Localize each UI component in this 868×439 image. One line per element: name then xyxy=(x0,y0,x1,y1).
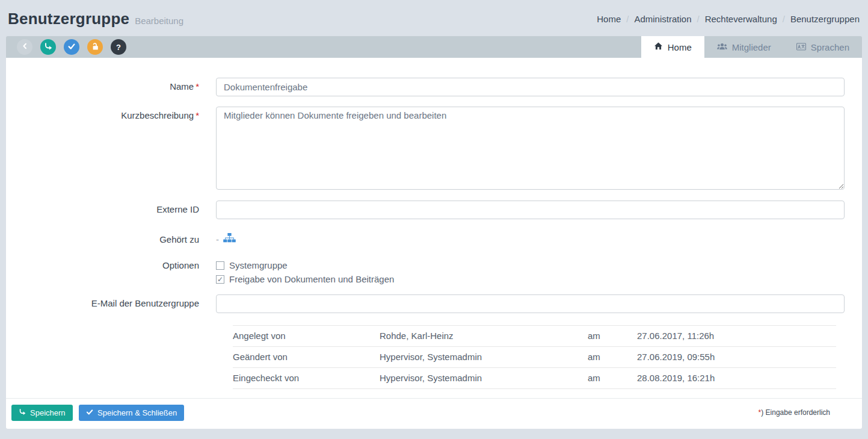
language-icon xyxy=(796,42,806,52)
form-row-gehoert-zu: Gehört zu - xyxy=(6,231,862,245)
breadcrumb-benutzergruppen[interactable]: Benutzergruppen xyxy=(790,14,860,24)
meta-label: Angelegt von xyxy=(233,326,380,347)
tab-sprachen[interactable]: Sprachen xyxy=(784,36,862,58)
checkbox-freigabe[interactable]: Freigabe von Dokumenten und Beiträgen xyxy=(216,272,845,286)
tab-label: Sprachen xyxy=(811,42,849,52)
meta-date: 27.06.2019, 09:55h xyxy=(637,347,836,368)
check-icon xyxy=(67,42,76,52)
breadcrumb-separator: / xyxy=(783,14,785,24)
required-marker: * xyxy=(195,110,199,120)
panel-footer: Speichern Speichern & Schließen *) Einga… xyxy=(6,398,862,429)
sitemap-icon[interactable] xyxy=(223,233,236,245)
unlock-button[interactable] xyxy=(87,39,103,55)
content: ? Home Mitglieder Sprachen xyxy=(6,36,862,429)
tab-home[interactable]: Home xyxy=(641,36,704,58)
checkbox-label: Freigabe von Dokumenten und Beiträgen xyxy=(229,274,394,284)
form-row-name: Name* xyxy=(6,78,862,96)
toolbar-buttons: ? xyxy=(6,36,126,58)
save-button-label: Speichern xyxy=(30,408,66,417)
meta-user-link[interactable]: Hypervisor, Systemadmin xyxy=(380,368,588,389)
meta-am: am xyxy=(588,368,637,389)
gehoert-zu-label: Gehört zu xyxy=(6,231,216,245)
back-button[interactable] xyxy=(17,39,32,55)
email-field[interactable] xyxy=(216,294,845,313)
required-note-text: ) Eingabe erforderlich xyxy=(761,408,830,417)
checkbox-systemgruppe[interactable]: Systemgruppe xyxy=(216,258,845,272)
optionen-label: Optionen xyxy=(6,258,216,286)
table-row: Geändert von Hypervisor, Systemadmin am … xyxy=(233,347,836,368)
form-panel: Name* Kurzbeschreibung* Externe ID Gehör… xyxy=(6,58,862,429)
name-label: Name* xyxy=(6,78,216,96)
footer-buttons: Speichern Speichern & Schließen xyxy=(11,405,184,421)
breadcrumb: Home / Administration / Rechteverwaltung… xyxy=(597,14,860,24)
title-wrap: Benutzergruppe Bearbeitung xyxy=(8,10,183,28)
meta-user-link[interactable]: Rohde, Karl-Heinz xyxy=(380,326,588,347)
form-row-kurzbeschreibung: Kurzbeschreibung* xyxy=(6,107,862,192)
required-marker: * xyxy=(195,81,199,92)
meta-am: am xyxy=(588,326,637,347)
form-row-optionen: Optionen Systemgruppe Freigabe von Dokum… xyxy=(6,258,862,286)
breadcrumb-administration[interactable]: Administration xyxy=(634,14,691,24)
meta-label: Geändert von xyxy=(233,347,380,368)
form-area: Name* Kurzbeschreibung* Externe ID Gehör… xyxy=(6,58,862,398)
meta-am: am xyxy=(588,347,637,368)
meta-table-wrap: Angelegt von Rohde, Karl-Heinz am 27.06.… xyxy=(233,325,836,389)
required-note: *) Eingabe erforderlich xyxy=(759,408,830,417)
table-row: Angelegt von Rohde, Karl-Heinz am 27.06.… xyxy=(233,326,836,347)
save-button-toolbar[interactable] xyxy=(40,39,56,55)
tab-bar: Home Mitglieder Sprachen xyxy=(641,36,862,58)
meta-date: 28.08.2019, 16:21h xyxy=(637,368,836,389)
meta-table: Angelegt von Rohde, Karl-Heinz am 27.06.… xyxy=(233,325,836,389)
meta-label: Eingecheckt von xyxy=(233,368,380,389)
users-icon xyxy=(717,42,727,52)
kurzbeschreibung-field[interactable] xyxy=(216,107,845,190)
page-title: Benutzergruppe xyxy=(8,10,129,28)
name-field[interactable] xyxy=(216,78,845,96)
email-label: E-Mail der Benutzergruppe xyxy=(6,294,216,313)
question-icon: ? xyxy=(116,43,121,51)
meta-date: 27.06.2017, 11:26h xyxy=(637,326,836,347)
save-button[interactable]: Speichern xyxy=(11,405,73,421)
home-icon xyxy=(654,42,663,52)
save-close-button[interactable]: Speichern & Schließen xyxy=(79,405,184,421)
breadcrumb-rechteverwaltung[interactable]: Rechteverwaltung xyxy=(705,14,777,24)
toolbar: ? Home Mitglieder Sprachen xyxy=(6,36,862,58)
table-row: Eingecheckt von Hypervisor, Systemadmin … xyxy=(233,368,836,389)
tab-mitglieder[interactable]: Mitglieder xyxy=(704,36,784,58)
curved-arrow-icon xyxy=(19,408,26,417)
breadcrumb-separator: / xyxy=(697,14,699,24)
curved-arrow-icon xyxy=(44,42,52,52)
open-lock-icon xyxy=(91,42,99,52)
tab-label: Mitglieder xyxy=(732,42,771,52)
kurzbeschreibung-label: Kurzbeschreibung* xyxy=(6,107,216,192)
save-close-button-toolbar[interactable] xyxy=(64,39,79,55)
save-close-button-label: Speichern & Schließen xyxy=(97,408,177,417)
checkbox-label: Systemgruppe xyxy=(229,260,288,270)
help-button[interactable]: ? xyxy=(111,39,126,55)
check-icon xyxy=(86,408,93,417)
chevron-left-icon xyxy=(21,42,29,52)
externe-id-field[interactable] xyxy=(216,201,845,219)
checkbox-box[interactable] xyxy=(216,275,224,284)
gehoert-zu-value: - xyxy=(216,234,219,244)
form-row-externe-id: Externe ID xyxy=(6,201,862,219)
form-row-email: E-Mail der Benutzergruppe xyxy=(6,294,862,313)
externe-id-label: Externe ID xyxy=(6,201,216,219)
breadcrumb-separator: / xyxy=(626,14,629,24)
checkbox-box[interactable] xyxy=(216,261,224,270)
breadcrumb-home[interactable]: Home xyxy=(597,14,621,24)
page-header: Benutzergruppe Bearbeitung Home / Admini… xyxy=(0,0,868,36)
tab-label: Home xyxy=(668,42,692,52)
meta-user-link[interactable]: Hypervisor, Systemadmin xyxy=(380,347,588,368)
page-subtitle: Bearbeitung xyxy=(135,16,183,26)
